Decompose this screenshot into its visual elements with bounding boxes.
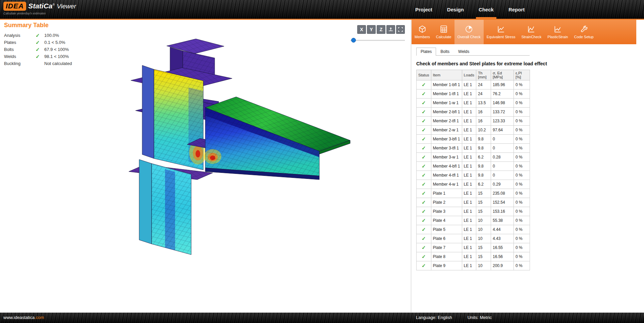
ribbon-item-code-setup[interactable]: Code Setup: [571, 20, 596, 44]
statica-word: StatiCa: [28, 2, 52, 10]
status-bar: www.ideastatica.com Language: English Un…: [0, 313, 644, 323]
ribbon: Members Calculate Overall Check Equivale…: [412, 20, 636, 44]
table-row[interactable]: ✓Plate 1LE 115235.080 %: [417, 189, 530, 198]
ribbon-item-overall-check[interactable]: Overall Check: [454, 20, 484, 44]
table-row[interactable]: ✓Member 4-bfl 1LE 19.800 %: [417, 162, 530, 171]
sigma-cell: 16.56: [491, 252, 514, 261]
col-loads: Loads: [462, 70, 476, 80]
zoom-to-fit-button[interactable]: [396, 25, 405, 34]
table-row[interactable]: ✓Member 2-tfl 1LE 116123.330 %: [417, 117, 530, 126]
table-row[interactable]: ✓Member 3-bfl 1LE 19.800 %: [417, 135, 530, 144]
eps-cell: 0 %: [514, 117, 530, 126]
status-cell: ✓: [417, 261, 431, 270]
nav-design[interactable]: Design: [444, 0, 467, 19]
website-link[interactable]: www.ideastatica.com: [3, 315, 44, 320]
item-cell: Member 3-tfl 1: [431, 144, 462, 153]
th-cell: 9.8: [476, 162, 491, 171]
table-row[interactable]: ✓Member 1-tfl 1LE 12476.20 %: [417, 89, 530, 99]
model-viewport[interactable]: Summary Table Analysis ✓ 100.0% Plates ✓…: [0, 20, 411, 313]
calculator-icon: [439, 25, 448, 34]
sigma-cell: 4.43: [491, 234, 514, 243]
loads-cell: LE 1: [462, 80, 476, 89]
eps-cell: 0 %: [514, 153, 530, 162]
ribbon-label: Members: [415, 35, 430, 39]
sigma-cell: 200.9: [491, 261, 514, 270]
th-cell: 15: [476, 198, 491, 207]
table-row[interactable]: ✓Member 3-tfl 1LE 19.800 %: [417, 144, 530, 153]
sigma-cell: 133.72: [491, 108, 514, 117]
th-cell: 24: [476, 80, 491, 89]
slider-handle[interactable]: [351, 38, 356, 43]
nav-check[interactable]: Check: [475, 0, 497, 19]
loads-cell: LE 1: [462, 225, 476, 234]
eps-cell: 0 %: [514, 80, 530, 89]
pie-check-icon: [465, 25, 473, 34]
loads-cell: LE 1: [462, 153, 476, 162]
ribbon-item-calculate[interactable]: Calculate: [433, 20, 454, 44]
col-status: Status: [417, 70, 431, 80]
table-row[interactable]: ✓Member 1-w 1LE 113.5146.980 %: [417, 99, 530, 108]
line-chart-icon: [527, 25, 536, 34]
units-status[interactable]: Units: Metric: [468, 315, 492, 320]
table-row[interactable]: ✓Member 4-tfl 1LE 19.800 %: [417, 171, 530, 180]
loads-cell: LE 1: [462, 117, 476, 126]
ribbon-label: Overall Check: [458, 35, 481, 39]
view-x-button[interactable]: X: [357, 25, 366, 34]
language-status[interactable]: Language: English: [416, 315, 452, 320]
table-row[interactable]: ✓Plate 6LE 1104.430 %: [417, 234, 530, 243]
product-name: Viewer: [57, 3, 76, 10]
loads-cell: LE 1: [462, 189, 476, 198]
eps-cell: 0 %: [514, 108, 530, 117]
col-eps: ε,Pl [%]: [514, 70, 530, 80]
status-cell: ✓: [417, 89, 431, 99]
ribbon-label: Equivalent Stress: [487, 35, 516, 39]
eps-cell: 0 %: [514, 225, 530, 234]
th-cell: 24: [476, 89, 491, 99]
item-cell: Plate 1: [431, 189, 462, 198]
summary-value: 98.1 < 100%: [44, 54, 72, 59]
perpendicular-view-button[interactable]: [386, 25, 395, 34]
ribbon-item-equivalent-stress[interactable]: Equivalent Stress: [484, 20, 519, 44]
table-row[interactable]: ✓Plate 4LE 11055.380 %: [417, 216, 530, 225]
check-icon: ✓: [36, 40, 44, 45]
view-y-button[interactable]: Y: [367, 25, 376, 34]
statica-logo-text: StatiCa®: [28, 2, 55, 10]
table-row[interactable]: ✓Member 4-w 1LE 16.20.290 %: [417, 180, 530, 189]
status-cell: ✓: [417, 135, 431, 144]
nav-report[interactable]: Report: [505, 0, 528, 19]
th-cell: 10: [476, 216, 491, 225]
loads-cell: LE 1: [462, 171, 476, 180]
item-cell: Member 4-w 1: [431, 180, 462, 189]
table-row[interactable]: ✓Member 3-w 1LE 16.20.280 %: [417, 153, 530, 162]
table-row[interactable]: ✓Plate 8LE 11516.560 %: [417, 252, 530, 261]
app-logo: IDEA StatiCa® Viewer Calculate yesterday…: [3, 2, 76, 15]
summary-value: 0.1 < 5.0%: [44, 40, 72, 45]
table-row[interactable]: ✓Member 2-w 1LE 110.297.640 %: [417, 126, 530, 135]
table-row[interactable]: ✓Member 2-bfl 1LE 116133.720 %: [417, 108, 530, 117]
th-cell: 16: [476, 117, 491, 126]
table-row[interactable]: ✓Member 1-bfl 1LE 124185.960 %: [417, 80, 530, 89]
table-row[interactable]: ✓Plate 2LE 115152.540 %: [417, 198, 530, 207]
th-cell: 10: [476, 234, 491, 243]
table-row[interactable]: ✓Plate 5LE 1104.440 %: [417, 225, 530, 234]
table-row[interactable]: ✓Plate 3LE 115153.160 %: [417, 207, 530, 216]
table-row[interactable]: ✓Plate 7LE 11516.550 %: [417, 243, 530, 252]
result-tabs: Plates Bolts Welds: [416, 48, 530, 56]
ribbon-item-straincheck[interactable]: StrainCheck: [518, 20, 544, 44]
item-cell: Member 2-tfl 1: [431, 117, 462, 126]
eps-cell: 0 %: [514, 207, 530, 216]
item-cell: Member 4-bfl 1: [431, 162, 462, 171]
view-z-button[interactable]: Z: [377, 25, 385, 34]
tab-welds[interactable]: Welds: [454, 48, 474, 56]
table-row[interactable]: ✓Plate 9LE 110200.90 %: [417, 261, 530, 270]
ribbon-item-members[interactable]: Members: [412, 20, 433, 44]
loads-cell: LE 1: [462, 216, 476, 225]
deformation-scale-slider[interactable]: [351, 38, 405, 43]
ribbon-item-plasticstrain[interactable]: PlasticStrain: [544, 20, 571, 44]
nav-project[interactable]: Project: [412, 0, 436, 19]
tab-bolts[interactable]: Bolts: [436, 48, 454, 56]
tab-plates[interactable]: Plates: [416, 48, 436, 56]
loads-cell: LE 1: [462, 126, 476, 135]
th-cell: 10: [476, 225, 491, 234]
slider-track[interactable]: [351, 40, 405, 41]
